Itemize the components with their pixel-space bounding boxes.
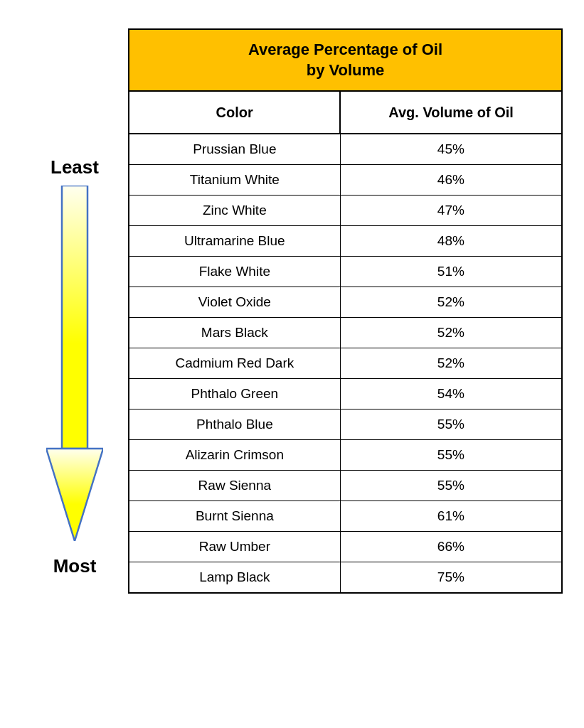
gradient-arrow-icon <box>46 186 103 541</box>
table-title: Average Percentage of Oilby Volume <box>129 29 562 91</box>
table-row: Prussian Blue45% <box>129 134 562 165</box>
table-row: Violet Oxide52% <box>129 287 562 318</box>
table-row: Mars Black52% <box>129 318 562 348</box>
table-row: Phthalo Green54% <box>129 379 562 410</box>
avg-volume-header: Avg. Volume of Oil <box>340 91 562 134</box>
left-sidebar: Least Most <box>21 28 128 577</box>
value-cell: 47% <box>340 196 562 226</box>
value-cell: 51% <box>340 257 562 287</box>
value-cell: 55% <box>340 440 562 471</box>
color-cell: Zinc White <box>129 196 340 226</box>
oil-table: Average Percentage of Oilby Volume Color… <box>128 28 563 594</box>
value-cell: 66% <box>340 532 562 562</box>
value-cell: 61% <box>340 501 562 532</box>
table-container: Average Percentage of Oilby Volume Color… <box>128 28 563 594</box>
svg-rect-0 <box>62 186 87 449</box>
table-row: Flake White51% <box>129 257 562 287</box>
color-cell: Violet Oxide <box>129 287 340 318</box>
value-cell: 45% <box>340 134 562 165</box>
value-cell: 55% <box>340 471 562 501</box>
page-container: Least Most <box>0 14 584 608</box>
table-row: Raw Umber66% <box>129 532 562 562</box>
color-cell: Prussian Blue <box>129 134 340 165</box>
color-header: Color <box>129 91 340 134</box>
table-row: Cadmium Red Dark52% <box>129 348 562 379</box>
color-cell: Phthalo Blue <box>129 410 340 440</box>
table-row: Ultramarine Blue48% <box>129 226 562 257</box>
color-cell: Flake White <box>129 257 340 287</box>
value-cell: 54% <box>340 379 562 410</box>
value-cell: 48% <box>340 226 562 257</box>
color-cell: Phthalo Green <box>129 379 340 410</box>
value-cell: 55% <box>340 410 562 440</box>
table-row: Phthalo Blue55% <box>129 410 562 440</box>
arrow-container <box>46 186 103 541</box>
table-row: Raw Sienna55% <box>129 471 562 501</box>
table-row: Lamp Black75% <box>129 562 562 594</box>
most-label: Most <box>53 555 97 577</box>
color-cell: Cadmium Red Dark <box>129 348 340 379</box>
value-cell: 52% <box>340 287 562 318</box>
value-cell: 52% <box>340 318 562 348</box>
value-cell: 46% <box>340 165 562 196</box>
table-row: Alizarin Crimson55% <box>129 440 562 471</box>
color-cell: Raw Umber <box>129 532 340 562</box>
color-cell: Ultramarine Blue <box>129 226 340 257</box>
value-cell: 52% <box>340 348 562 379</box>
color-cell: Mars Black <box>129 318 340 348</box>
color-cell: Lamp Black <box>129 562 340 594</box>
table-row: Titanium White46% <box>129 165 562 196</box>
least-label: Least <box>51 156 99 178</box>
color-cell: Raw Sienna <box>129 471 340 501</box>
value-cell: 75% <box>340 562 562 594</box>
table-row: Burnt Sienna61% <box>129 501 562 532</box>
color-cell: Burnt Sienna <box>129 501 340 532</box>
color-cell: Titanium White <box>129 165 340 196</box>
table-row: Zinc White47% <box>129 196 562 226</box>
color-cell: Alizarin Crimson <box>129 440 340 471</box>
svg-marker-1 <box>46 449 103 541</box>
